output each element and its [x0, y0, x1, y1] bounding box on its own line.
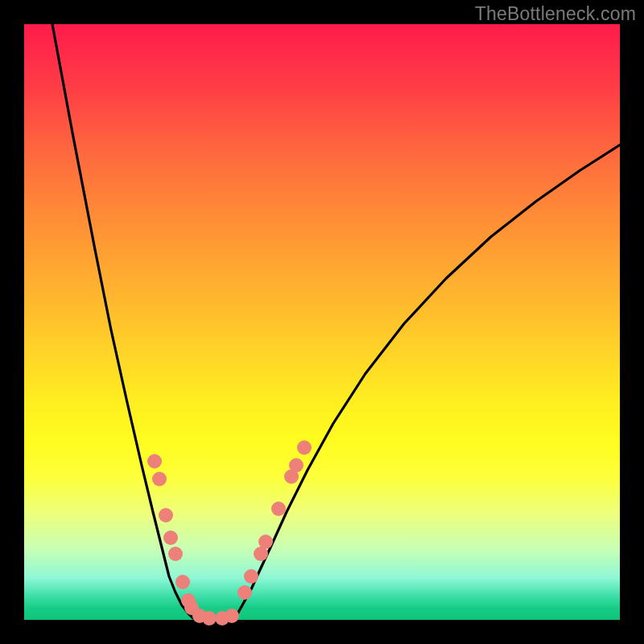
left-dot-5 — [168, 547, 183, 561]
left-dot-2 — [152, 472, 167, 486]
right-dot-8 — [297, 440, 312, 455]
bottleneck-curve — [52, 24, 620, 620]
left-dot-3 — [159, 508, 173, 522]
bottom-dot-2 — [202, 611, 217, 625]
right-dot-1 — [237, 585, 252, 600]
right-dot-7 — [289, 458, 303, 473]
watermark-text: TheBottleneck.com — [475, 3, 636, 25]
plot-area — [24, 24, 620, 620]
bottom-dot-4 — [225, 609, 239, 623]
chart-svg — [24, 24, 620, 620]
left-dot-4 — [163, 530, 178, 545]
right-dot-5 — [271, 502, 286, 516]
data-points-group — [147, 440, 312, 625]
left-dot-1 — [147, 454, 162, 469]
chart-frame: TheBottleneck.com — [0, 0, 644, 644]
right-dot-2 — [244, 569, 258, 584]
left-dot-6 — [175, 575, 190, 589]
right-dot-4 — [258, 535, 273, 549]
